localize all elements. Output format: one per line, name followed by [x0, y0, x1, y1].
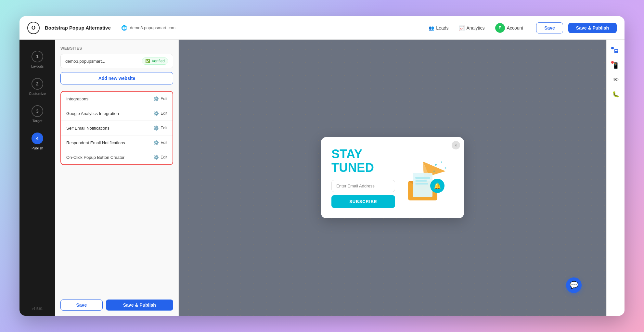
chat-fab[interactable]: 💬	[566, 277, 582, 293]
integration-name-3: Respondent Email Notifications	[66, 140, 125, 145]
header-save-button[interactable]: Save	[536, 22, 563, 33]
mobile-view-icon[interactable]: 📱	[609, 59, 622, 72]
desktop-view-icon[interactable]: 🖥	[609, 45, 622, 58]
verified-text: Verified	[152, 59, 165, 63]
popup-illustration: 🔔	[402, 155, 454, 200]
integration-item-0: Integrations ⚙️ Edit	[61, 92, 173, 106]
integration-edit-button-0[interactable]: ⚙️ Edit	[153, 96, 167, 101]
step-circle-3: 3	[32, 105, 43, 117]
svg-text:🔔: 🔔	[434, 182, 441, 189]
integration-edit-button-1[interactable]: ⚙️ Edit	[153, 111, 167, 116]
version-text: v1.5.91	[32, 307, 43, 316]
integration-item-4: On-Click Popup Button Creator ⚙️ Edit	[61, 150, 173, 164]
header-nav: 👥 Leads 📈 Analytics F Account	[429, 23, 523, 33]
add-website-button[interactable]: Add new website	[60, 72, 173, 84]
preview-icon[interactable]: 👁	[609, 73, 622, 86]
header-save-publish-button[interactable]: Save & Publish	[568, 23, 617, 33]
dot-red-indicator	[611, 61, 614, 64]
analytics-label: Analytics	[467, 25, 485, 31]
step-circle-2: 2	[32, 78, 43, 90]
integration-edit-button-3[interactable]: ⚙️ Edit	[153, 140, 167, 145]
panel-sidebar: Websites demo3.popupsmart... ✅ Verified …	[55, 40, 179, 316]
svg-rect-11	[415, 183, 428, 185]
gear-icon-3: ⚙️	[153, 140, 159, 145]
integration-edit-button-2[interactable]: ⚙️ Edit	[153, 125, 167, 131]
step-circle-4: 4	[32, 133, 43, 144]
account-avatar: F	[495, 23, 505, 33]
canvas: × STAY TUNED SUBSCRIBE	[179, 40, 606, 316]
integration-name-0: Integrations	[66, 96, 88, 101]
debug-icon[interactable]: 🐛	[609, 88, 622, 101]
main-window: O Bootstrap Popup Alternative 🌐 demo3.po…	[19, 16, 625, 316]
header: O Bootstrap Popup Alternative 🌐 demo3.po…	[19, 16, 625, 40]
panel-save-publish-button[interactable]: Save & Publish	[106, 300, 173, 311]
analytics-icon: 📈	[459, 25, 465, 31]
popup-illustration-svg: 🔔	[403, 155, 452, 200]
svg-rect-10	[415, 180, 427, 182]
check-icon: ✅	[145, 59, 150, 63]
svg-point-5	[433, 171, 435, 172]
website-name: demo3.popupsmart...	[65, 59, 105, 64]
step-layouts[interactable]: 1 Layouts	[19, 47, 55, 71]
integration-name-2: Self Email Notifications	[66, 126, 109, 131]
step-circle-1: 1	[32, 51, 43, 62]
step-label-customize: Customize	[29, 92, 46, 96]
left-sidebar: 1 Layouts 2 Customize 3 Target 4	[19, 40, 55, 316]
panel-content: Websites demo3.popupsmart... ✅ Verified …	[55, 40, 178, 294]
url-bar: 🌐 demo3.popupsmart.com	[121, 25, 175, 31]
svg-point-4	[445, 167, 446, 169]
step-publish[interactable]: 4 Publish	[19, 129, 55, 153]
right-toolbar: 🖥 📱 👁 🐛	[606, 40, 625, 316]
svg-point-3	[441, 161, 442, 163]
svg-rect-8	[413, 173, 432, 197]
popup-email-input[interactable]	[331, 180, 395, 192]
nav-analytics[interactable]: 📈 Analytics	[459, 25, 485, 31]
gear-icon-4: ⚙️	[153, 155, 159, 160]
main-content: 1 Layouts 2 Customize 3 Target 4	[19, 40, 625, 316]
gear-icon-1: ⚙️	[153, 111, 159, 116]
integration-item-3: Respondent Email Notifications ⚙️ Edit	[61, 135, 173, 150]
verified-badge: ✅ Verified	[142, 57, 168, 65]
gear-icon-2: ⚙️	[153, 125, 159, 131]
popup-left: STAY TUNED SUBSCRIBE	[331, 147, 395, 208]
globe-icon: 🌐	[121, 25, 127, 31]
website-badge: demo3.popupsmart... ✅ Verified	[60, 54, 173, 68]
url-text: demo3.popupsmart.com	[130, 25, 175, 30]
app-logo: O	[27, 22, 40, 34]
popup-headline: STAY TUNED	[331, 147, 395, 175]
step-customize[interactable]: 2 Customize	[19, 75, 55, 99]
svg-rect-9	[415, 177, 430, 179]
popup-subscribe-button[interactable]: SUBSCRIBE	[331, 195, 395, 208]
step-target[interactable]: 3 Target	[19, 102, 55, 126]
integration-item-1: Google Analytics Integration ⚙️ Edit	[61, 106, 173, 121]
websites-label: Websites	[60, 46, 173, 51]
popup-close-button[interactable]: ×	[452, 141, 460, 149]
integration-name-1: Google Analytics Integration	[66, 111, 119, 116]
dot-blue-indicator	[611, 47, 614, 49]
nav-leads[interactable]: 👥 Leads	[429, 25, 448, 31]
integration-list: Integrations ⚙️ Edit Google Analytics In…	[60, 91, 173, 165]
step-label-target: Target	[32, 119, 43, 123]
nav-account[interactable]: F Account	[495, 23, 523, 33]
leads-label: Leads	[436, 25, 448, 31]
gear-icon-0: ⚙️	[153, 96, 159, 101]
panel-footer: Save Save & Publish	[55, 294, 178, 316]
popup-card: × STAY TUNED SUBSCRIBE	[321, 137, 464, 218]
app-name: Bootstrap Popup Alternative	[45, 25, 111, 31]
account-label: Account	[507, 25, 523, 31]
panel-save-button[interactable]: Save	[60, 300, 103, 311]
leads-icon: 👥	[429, 25, 434, 31]
svg-point-2	[435, 164, 437, 166]
integration-item-2: Self Email Notifications ⚙️ Edit	[61, 121, 173, 135]
step-label-layouts: Layouts	[31, 64, 44, 68]
integration-edit-button-4[interactable]: ⚙️ Edit	[153, 155, 167, 160]
step-label-publish: Publish	[32, 146, 43, 150]
integration-name-4: On-Click Popup Button Creator	[66, 155, 124, 160]
